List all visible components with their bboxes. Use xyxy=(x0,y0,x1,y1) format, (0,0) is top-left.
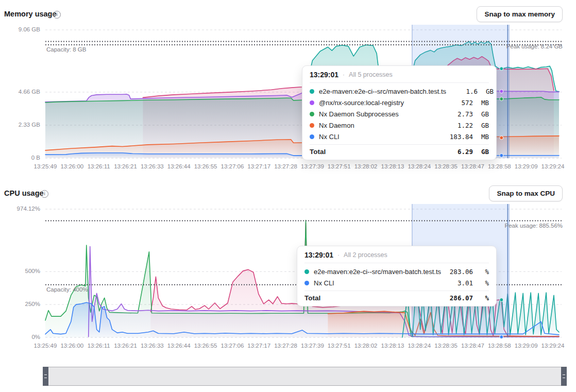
y-axis-tick: 250% xyxy=(0,301,40,307)
tooltip-row: e2e-maven:e2e-ci--src/maven-batch.test.t… xyxy=(310,86,489,97)
x-axis-tick: 13:26:44 xyxy=(167,163,191,169)
x-axis-tick: 13:26:00 xyxy=(60,343,83,349)
info-icon[interactable]: i xyxy=(53,11,61,19)
snap-to-max-memory-button[interactable]: Snap to max memory xyxy=(477,6,563,22)
series-dot xyxy=(310,134,314,139)
x-axis-tick: 13:27:28 xyxy=(274,343,297,349)
tooltip-total-row: Total 286.07 % xyxy=(304,291,489,306)
tooltip-row: Nx Daemon 1.22 GB xyxy=(310,120,489,131)
tooltip-subtitle: All 2 processes xyxy=(344,251,387,259)
hover-dot xyxy=(500,97,503,101)
total-unit: % xyxy=(478,294,489,302)
process-unit: MB xyxy=(478,133,489,141)
memory-chart-title: Memory usage xyxy=(4,10,57,18)
info-icon[interactable]: i xyxy=(41,190,48,198)
tooltip-row: e2e-maven:e2e-ci--src/maven-batch.test.t… xyxy=(304,266,489,277)
process-value: 283.06 xyxy=(446,268,473,276)
process-name: Nx CLI xyxy=(314,279,442,287)
x-axis-tick: 13:28:35 xyxy=(434,343,458,349)
total-value: 6.29 xyxy=(446,148,473,156)
tooltip-time: 13:29:01 xyxy=(304,251,333,259)
process-name: e2e-maven:e2e-ci--src/maven-batch.test.t… xyxy=(319,88,446,95)
snap-to-max-cpu-button[interactable]: Snap to max CPU xyxy=(489,185,563,201)
x-axis-tick: 13:26:21 xyxy=(114,343,137,349)
cpu-tooltip: 13:29:01 · All 2 processes e2e-maven:e2e… xyxy=(297,246,497,306)
tooltip-row: Nx CLI 3.01 % xyxy=(304,277,489,288)
tooltip-header: 13:29:01 · All 5 processes xyxy=(310,66,489,82)
x-axis-tick: 13:26:55 xyxy=(194,343,217,349)
x-axis-tick: 13:29:09 xyxy=(515,163,538,169)
tooltip-subtitle: All 5 processes xyxy=(349,71,393,78)
x-axis-tick: 13:27:51 xyxy=(328,343,351,349)
x-axis-tick: 13:28:47 xyxy=(461,343,484,349)
capacity-label: Capacity: 8 GB xyxy=(46,46,86,53)
tooltip-row: @nx/nx-source:local-registry 572 MB xyxy=(310,97,489,108)
x-axis-tick: 13:28:58 xyxy=(488,163,511,169)
tooltip-separator: · xyxy=(337,251,340,259)
process-value: 183.84 xyxy=(446,133,473,141)
hover-dot xyxy=(500,136,503,140)
process-name: Nx Daemon xyxy=(319,122,442,129)
process-value: 572 xyxy=(446,99,473,107)
brush-handle-right[interactable] xyxy=(561,367,567,386)
hover-dot xyxy=(500,335,503,339)
y-axis-tick: 0% xyxy=(0,334,40,340)
y-axis-tick: 9.06 GB xyxy=(0,26,40,32)
memory-tooltip: 13:29:01 · All 5 processes e2e-maven:e2e… xyxy=(302,65,497,160)
tooltip-header: 13:29:01 · All 2 processes xyxy=(304,246,489,263)
series-dot xyxy=(304,281,309,285)
x-axis-tick: 13:27:06 xyxy=(221,163,244,169)
y-axis-tick: 500% xyxy=(0,268,40,274)
process-unit: GB xyxy=(478,122,489,129)
x-axis-tick: 13:28:58 xyxy=(488,343,511,349)
timeline-brush[interactable] xyxy=(43,367,567,386)
process-name: Nx Daemon Subprocesses xyxy=(319,110,442,118)
x-axis-tick: 13:26:55 xyxy=(194,163,217,169)
hover-dot xyxy=(500,90,503,93)
x-axis-tick: 13:27:06 xyxy=(221,343,244,349)
total-label: Total xyxy=(310,148,442,156)
process-unit: GB xyxy=(482,88,494,95)
y-axis-tick: 974.12% xyxy=(0,206,40,212)
total-unit: GB xyxy=(478,148,489,156)
process-name: @nx/nx-source:local-registry xyxy=(319,99,442,107)
x-axis-tick: 13:26:33 xyxy=(141,163,164,169)
process-name: e2e-maven:e2e-ci--src/maven-batch.test.t… xyxy=(314,268,442,276)
process-value: 2.73 xyxy=(446,110,473,118)
grip-icon xyxy=(44,374,47,378)
x-axis-tick: 13:27:39 xyxy=(301,343,324,349)
x-axis-tick: 13:27:39 xyxy=(301,163,324,169)
process-unit: % xyxy=(478,279,489,287)
x-axis-tick: 13:26:21 xyxy=(114,163,137,169)
series-dot xyxy=(310,112,314,116)
x-axis-tick: 13:29:24 xyxy=(541,163,565,169)
process-name: Nx CLI xyxy=(319,133,442,141)
series-dot xyxy=(310,89,314,94)
x-axis-tick: 13:28:13 xyxy=(381,343,404,349)
memory-usage-panel: Memory usage i Snap to max memory 9.06 G… xyxy=(0,0,576,178)
tooltip-separator: · xyxy=(343,71,345,78)
x-axis-tick: 13:26:11 xyxy=(88,163,110,169)
y-axis-tick: 2.33 GB xyxy=(0,122,40,128)
x-axis-tick: 13:28:02 xyxy=(354,163,378,169)
tooltip-row: Nx CLI 183.84 MB xyxy=(310,131,489,142)
series-dot xyxy=(304,269,309,274)
x-axis-tick: 13:27:17 xyxy=(247,343,270,349)
series-dot xyxy=(310,100,314,105)
x-axis-tick: 13:25:49 xyxy=(34,163,57,169)
x-axis-tick: 13:28:47 xyxy=(461,163,484,169)
x-axis-tick: 13:27:28 xyxy=(274,163,297,169)
hover-dot xyxy=(500,298,503,302)
grip-icon xyxy=(563,374,565,378)
x-axis-tick: 13:26:00 xyxy=(60,163,83,169)
brush-handle-left[interactable] xyxy=(43,367,48,386)
x-axis-tick: 13:28:35 xyxy=(434,163,458,169)
hover-dot xyxy=(500,154,503,157)
capacity-label: Capacity: 400% xyxy=(46,286,88,293)
x-axis-tick: 13:26:44 xyxy=(167,343,191,349)
total-value: 286.07 xyxy=(446,294,473,302)
process-unit: MB xyxy=(478,99,489,107)
y-axis-tick: 0 B xyxy=(0,155,40,161)
cpu-chart-title: CPU usage xyxy=(4,189,44,197)
process-value: 1.22 xyxy=(446,122,473,129)
